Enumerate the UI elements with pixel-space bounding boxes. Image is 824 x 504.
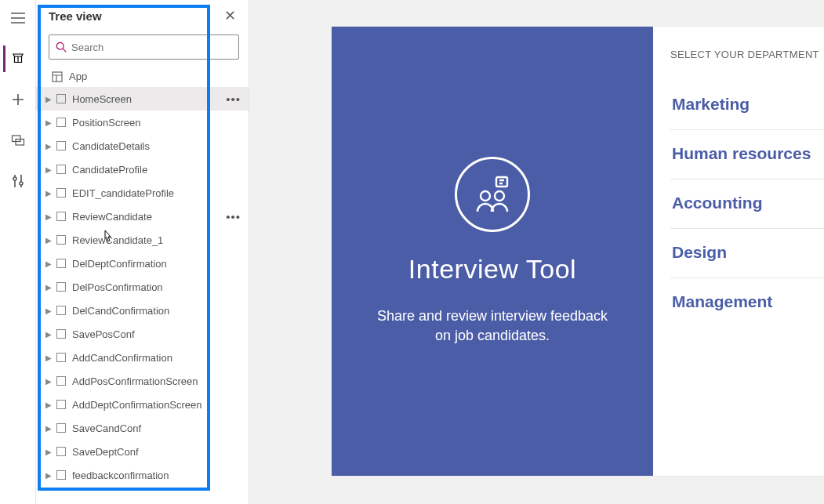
tree-item-AddDeptConfirmationScreen[interactable]: ▶AddDeptConfirmationScreen••• [36, 393, 249, 416]
tree-item-label: CandidateDetails [72, 140, 244, 152]
screen-icon [56, 118, 66, 127]
svg-point-4 [56, 42, 64, 49]
preview-splash: Interview Tool Share and review intervie… [332, 27, 653, 476]
app-root-label: App [69, 71, 87, 82]
tree-item-AddPosConfirmationScreen[interactable]: ▶AddPosConfirmationScreen••• [36, 369, 249, 393]
insert-button[interactable] [5, 86, 31, 113]
search-input-wrapper[interactable] [49, 34, 239, 60]
search-input[interactable] [71, 42, 232, 53]
app-preview: Interview Tool Share and review intervie… [332, 27, 824, 476]
tree-item-label: DelDeptConfirmation [72, 258, 244, 270]
screen-icon [56, 423, 66, 433]
chevron-right-icon: ▶ [44, 471, 53, 480]
chevron-right-icon: ▶ [44, 401, 53, 409]
tree-item-label: SaveDeptConf [72, 446, 244, 458]
screen-icon [56, 282, 66, 292]
svg-point-3 [20, 182, 23, 185]
data-button[interactable] [5, 127, 31, 154]
svg-rect-0 [12, 136, 20, 142]
tree-item-label: CandidateProfile [72, 164, 244, 176]
department-item[interactable]: Marketing [670, 81, 824, 130]
close-icon[interactable]: ✕ [220, 7, 239, 24]
chevron-right-icon: ▶ [44, 448, 53, 456]
chevron-right-icon: ▶ [44, 236, 53, 245]
tree-item-label: ReviewCandidate [72, 211, 223, 223]
tree-item-CandidateDetails[interactable]: ▶CandidateDetails••• [36, 134, 249, 158]
department-panel: SELECT YOUR DEPARTMENT MarketingHuman re… [653, 27, 824, 476]
tree-item-PositionScreen[interactable]: ▶PositionScreen••• [36, 111, 249, 134]
chevron-right-icon: ▶ [44, 424, 53, 433]
more-icon[interactable]: ••• [223, 210, 244, 223]
chevron-right-icon: ▶ [44, 306, 53, 315]
tree-item-SavePosConf[interactable]: ▶SavePosConf••• [36, 322, 249, 346]
screen-icon [56, 141, 66, 150]
chevron-right-icon: ▶ [44, 354, 53, 362]
screen-icon [56, 329, 66, 339]
tree-item-label: AddCandConfirmation [72, 352, 244, 364]
tree-item-EDIT_candidateProfile[interactable]: ▶EDIT_candidateProfile••• [36, 181, 249, 205]
tree-view-button[interactable] [3, 45, 30, 72]
app-root-row[interactable]: App [36, 66, 249, 87]
chevron-right-icon: ▶ [44, 212, 53, 221]
tree-item-DelCandConfirmation[interactable]: ▶DelCandConfirmation••• [36, 299, 249, 322]
tree-list: ▶HomeScreen•••▶PositionScreen•••▶Candida… [36, 87, 249, 504]
screen-icon [56, 188, 66, 198]
svg-rect-1 [16, 140, 24, 146]
svg-rect-6 [496, 177, 507, 187]
tree-item-label: DelCandConfirmation [72, 305, 244, 317]
screen-icon [56, 447, 66, 456]
tree-item-DelPosConfirmation[interactable]: ▶DelPosConfirmation••• [36, 275, 249, 299]
app-subtitle: Share and review interview feedback on j… [375, 306, 610, 346]
screen-icon [56, 400, 66, 409]
tree-view-title: Tree view [49, 9, 102, 23]
department-item[interactable]: Accounting [670, 179, 824, 229]
screen-icon [56, 259, 66, 268]
hamburger-button[interactable] [5, 5, 31, 31]
tree-item-label: feedbackconfirmation [72, 470, 244, 481]
screen-icon [56, 353, 66, 362]
department-heading: SELECT YOUR DEPARTMENT [670, 49, 824, 60]
tree-item-SaveCandConf[interactable]: ▶SaveCandConf••• [36, 416, 249, 440]
screen-icon [56, 470, 66, 480]
department-item[interactable]: Management [670, 278, 824, 327]
tree-item-SaveDeptConf[interactable]: ▶SaveDeptConf••• [36, 440, 249, 463]
screen-icon [56, 165, 66, 174]
tree-item-label: SaveCandConf [72, 422, 244, 434]
tree-item-AddCandConfirmation[interactable]: ▶AddCandConfirmation••• [36, 346, 249, 369]
chevron-right-icon: ▶ [44, 118, 53, 127]
department-item[interactable]: Design [670, 229, 824, 278]
screen-icon [56, 235, 66, 245]
tree-item-label: EDIT_candidateProfile [72, 187, 244, 199]
chevron-right-icon: ▶ [44, 165, 53, 174]
department-item[interactable]: Human resources [670, 130, 824, 179]
more-icon[interactable]: ••• [223, 92, 244, 106]
left-rail [0, 0, 36, 504]
chevron-right-icon: ▶ [44, 95, 53, 103]
svg-point-7 [481, 191, 490, 201]
chevron-right-icon: ▶ [44, 259, 53, 268]
svg-point-2 [13, 177, 16, 180]
tree-item-label: DelPosConfirmation [72, 281, 244, 293]
tree-view-pane: Tree view ✕ App ▶HomeScreen•••▶PositionS… [36, 0, 249, 504]
chevron-right-icon: ▶ [44, 142, 53, 150]
tree-item-label: AddDeptConfirmationScreen [72, 399, 244, 411]
tree-item-feedbackconfirmation[interactable]: ▶feedbackconfirmation••• [36, 463, 249, 487]
tree-item-label: HomeScreen [72, 93, 223, 105]
screen-icon [56, 212, 66, 221]
screen-icon [56, 306, 66, 315]
svg-point-8 [495, 191, 504, 201]
app-title: Interview Tool [408, 254, 576, 285]
svg-rect-5 [53, 72, 62, 82]
screen-icon [56, 94, 66, 103]
tree-item-label: PositionScreen [72, 117, 244, 129]
tree-item-ReviewCandidate[interactable]: ▶ReviewCandidate••• [36, 205, 249, 228]
tree-item-DelDeptConfirmation[interactable]: ▶DelDeptConfirmation••• [36, 252, 249, 275]
app-logo-icon [455, 157, 530, 232]
chevron-right-icon: ▶ [44, 283, 53, 292]
tree-item-ReviewCandidate_1[interactable]: ▶ReviewCandidate_1••• [36, 228, 249, 252]
tree-item-HomeScreen[interactable]: ▶HomeScreen••• [36, 87, 249, 111]
chevron-right-icon: ▶ [44, 377, 53, 386]
tree-item-CandidateProfile[interactable]: ▶CandidateProfile••• [36, 158, 249, 181]
search-icon [56, 42, 67, 53]
settings-button[interactable] [5, 168, 31, 194]
